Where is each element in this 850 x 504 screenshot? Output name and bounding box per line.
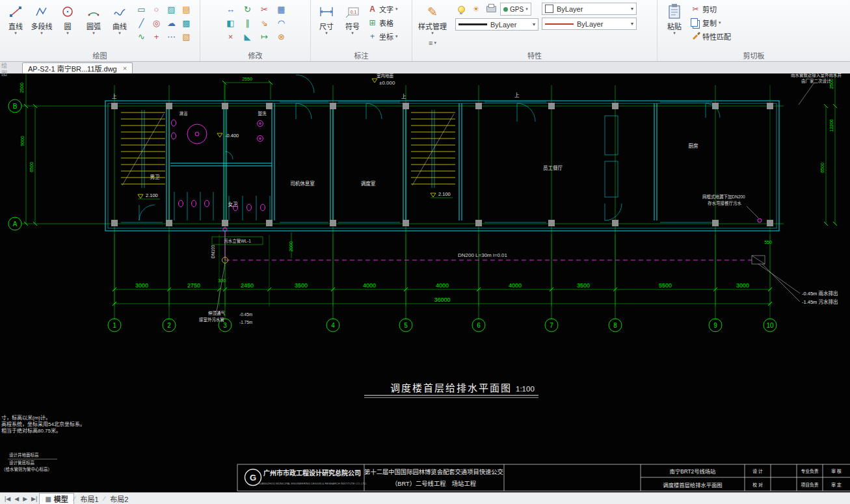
copy-button[interactable]: 复制▾ xyxy=(691,16,731,29)
room-label: 司机休息室 xyxy=(290,180,315,187)
model-tab[interactable]: ▦ 模型 xyxy=(39,493,73,504)
room-labels: 男卫 女卫 盥洗 淋浴 司机休息室 调度室 员工餐厅 厨房 上 上 上 xyxy=(112,92,698,207)
circle-button[interactable]: 圆 ▾ xyxy=(55,3,81,35)
outfall-label: -1.45m 污水排出 xyxy=(802,298,838,305)
layout1-tab[interactable]: 布局1 xyxy=(75,493,104,504)
rectangle-icon[interactable]: ▭ xyxy=(134,3,149,16)
color-select[interactable]: ByLayer ▾ xyxy=(542,3,637,15)
text-tool-button[interactable]: A文字▾ xyxy=(367,3,398,15)
coordinate-tool-dropdown[interactable]: ▾ xyxy=(395,34,398,38)
stair-up-label: 上 xyxy=(401,94,406,99)
printer-icon[interactable] xyxy=(485,4,497,14)
line-dropdown[interactable]: ▾ xyxy=(14,31,17,35)
polyline-button[interactable]: 多段线 ▾ xyxy=(29,3,55,35)
symbol-dropdown[interactable]: ▾ xyxy=(351,31,354,35)
level-text: 2.100 xyxy=(146,192,158,198)
table-tool-button[interactable]: ⊞表格 xyxy=(367,16,398,29)
document-tab-bar: AP-S2-1 南宁BR...11版.dwg × xyxy=(0,62,850,73)
match-properties-button[interactable]: 特性匹配 xyxy=(691,30,731,42)
gps-button[interactable]: GPS▾ xyxy=(500,3,531,16)
text-tool-dropdown[interactable]: ▾ xyxy=(395,7,398,11)
paste-button[interactable]: 粘贴 ▾ xyxy=(660,3,689,35)
panel-menu-button[interactable]: ≡▾ xyxy=(429,39,436,47)
room-label: 员工餐厅 xyxy=(543,165,563,171)
polyline-label: 多段线 xyxy=(31,21,53,31)
company-logo-letter: G xyxy=(250,473,256,483)
fillet-icon[interactable]: ◠ xyxy=(273,16,290,30)
spline-tool-icon[interactable]: ∿ xyxy=(134,30,149,44)
last-tab-button[interactable]: ▶| xyxy=(29,496,39,502)
gradient-icon[interactable]: ▧ xyxy=(179,30,194,44)
style-manager-button[interactable]: ✎ 样式管理 ▾ xyxy=(415,3,450,35)
lineweight-dropdown-icon: ▾ xyxy=(533,21,535,27)
point-icon[interactable]: + xyxy=(149,30,164,44)
offset-icon[interactable]: ∥ xyxy=(239,16,256,30)
legend-line: 设计管底标高 xyxy=(9,460,35,466)
divide-icon[interactable]: ⋯ xyxy=(164,30,179,44)
array-icon[interactable]: ▦ xyxy=(273,3,290,16)
panel-label-properties: 特性 xyxy=(412,50,657,60)
coordinate-tool-button[interactable]: +坐标▾ xyxy=(367,30,398,42)
room-label: 调度室 xyxy=(361,180,376,187)
erase-icon[interactable]: × xyxy=(222,30,239,44)
sheet-title: 调度楼首层给排水平面图 1:100 xyxy=(364,382,538,398)
move-icon[interactable]: ↔ xyxy=(222,3,239,16)
spline-dropdown[interactable]: ▾ xyxy=(118,31,121,35)
rotate-icon[interactable]: ↻ xyxy=(239,3,256,16)
region-icon[interactable]: ▤ xyxy=(179,3,194,16)
circle-dropdown[interactable]: ▾ xyxy=(66,31,69,35)
hatch-icon[interactable]: ▨ xyxy=(164,3,179,16)
lightbulb-icon[interactable] xyxy=(455,4,467,14)
prev-tab-button[interactable]: ◀ xyxy=(12,496,21,502)
wipeout-icon[interactable]: ▩ xyxy=(179,16,194,30)
dimension-button[interactable]: 尺寸 ▾ xyxy=(313,3,339,35)
match-properties-label: 特性匹配 xyxy=(702,31,731,42)
layout2-tab-label: 布局2 xyxy=(110,494,128,504)
sheet-scale-text: 1:100 xyxy=(516,385,535,393)
layout2-tab[interactable]: 布局2 xyxy=(105,493,133,504)
spline-button[interactable]: 曲线 ▾ xyxy=(107,3,133,35)
close-tab-icon[interactable]: × xyxy=(123,64,127,72)
revcloud-icon[interactable]: ☁ xyxy=(164,16,179,30)
dimension-dropdown[interactable]: ▾ xyxy=(325,31,328,35)
dimension-label: 尺寸 xyxy=(319,21,334,31)
linetype-select[interactable]: ByLayer ▾ xyxy=(542,18,637,30)
construction-line-icon[interactable]: ╱ xyxy=(134,16,149,30)
dim-label: 2750 xyxy=(187,282,200,289)
vent-note: -0.45m xyxy=(239,312,252,317)
panel-modify: ↔ ↻ ✂ ▦ ◧ ∥ ⇘ ◠ × ◣ ↦ ⊗ 修改 xyxy=(200,0,311,61)
chamfer-icon[interactable]: ◣ xyxy=(239,30,256,44)
trim-icon[interactable]: ✂ xyxy=(256,3,273,16)
copy-icon xyxy=(691,18,698,27)
arc-button[interactable]: 圆弧 ▾ xyxy=(81,3,107,35)
symbol-button[interactable]: 0.1 符号 ▾ xyxy=(339,3,365,35)
mirror-icon[interactable]: ◧ xyxy=(222,16,239,30)
stretch-icon[interactable]: ↦ xyxy=(256,30,273,44)
ellipse-icon[interactable]: ○ xyxy=(149,3,164,16)
paste-icon xyxy=(668,3,681,21)
next-tab-button[interactable]: ▶ xyxy=(21,496,29,502)
style-manager-dropdown[interactable]: ▾ xyxy=(431,31,434,35)
dim-left-label: 9000 xyxy=(20,136,25,146)
document-tab[interactable]: AP-S2-1 南宁BR...11版.dwg × xyxy=(22,62,133,73)
drawing-canvas[interactable]: 3000 2750 300 2450 3500 4000 4000 4000 3… xyxy=(0,73,850,492)
row-bubble-label: A xyxy=(13,220,18,228)
explode-icon[interactable]: ⊗ xyxy=(273,30,290,44)
polyline-dropdown[interactable]: ▾ xyxy=(40,31,43,35)
line-button[interactable]: 直线 ▾ xyxy=(3,3,29,35)
vent-note: 伸顶通气 xyxy=(208,310,226,316)
arc-dropdown[interactable]: ▾ xyxy=(92,31,95,35)
level-text: 2.100 xyxy=(438,191,451,197)
lineweight-select[interactable]: ByLayer ▾ xyxy=(455,18,538,31)
first-tab-button[interactable]: |◀ xyxy=(3,496,12,502)
sun-icon[interactable]: ☀ xyxy=(470,4,482,14)
dim-right-label: 12200 xyxy=(829,119,834,132)
row-bubble-label: B xyxy=(13,103,18,110)
copy-dropdown[interactable]: ▾ xyxy=(719,21,721,25)
scale-icon[interactable]: ⇘ xyxy=(256,16,273,30)
level-text: -0.400 xyxy=(225,133,239,139)
hamburger-icon: ≡ xyxy=(429,39,432,47)
paste-dropdown[interactable]: ▾ xyxy=(673,31,676,35)
donut-icon[interactable]: ◎ xyxy=(149,16,164,30)
cut-button[interactable]: ✂剪切 xyxy=(691,3,731,15)
